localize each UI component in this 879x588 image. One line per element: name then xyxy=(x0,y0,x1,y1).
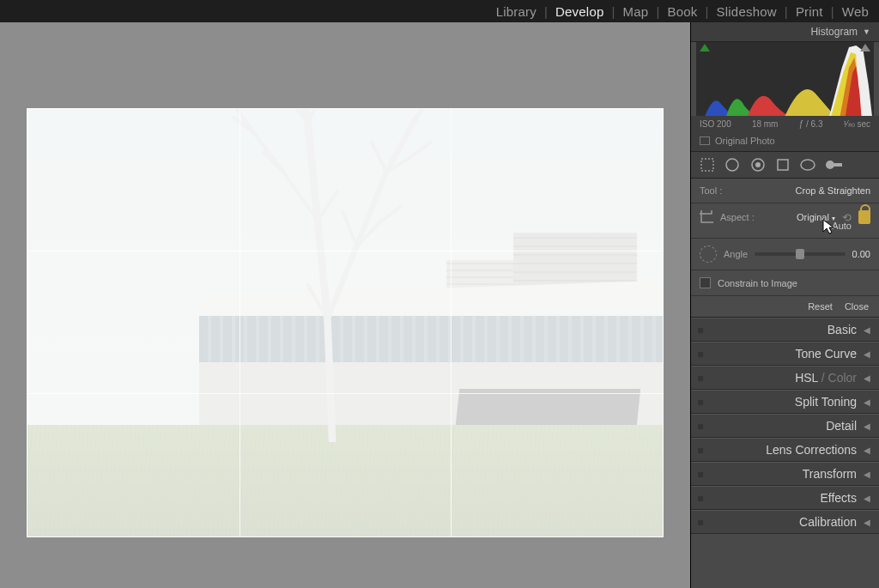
nav-book[interactable]: Book xyxy=(664,4,700,19)
panel-lens[interactable]: Lens Corrections◀ xyxy=(691,438,879,462)
shadow-clip-icon[interactable] xyxy=(700,44,710,52)
original-photo-toggle[interactable]: Original Photo xyxy=(691,132,879,152)
radial-tool-icon[interactable] xyxy=(799,156,816,173)
histogram-header[interactable]: Histogram▼ xyxy=(691,22,879,42)
nav-map[interactable]: Map xyxy=(620,4,652,19)
spot-tool-icon[interactable] xyxy=(724,156,741,173)
exif-aperture: ƒ / 6.3 xyxy=(799,119,823,129)
nav-web[interactable]: Web xyxy=(839,4,872,19)
svg-point-3 xyxy=(755,162,761,167)
right-panel: Histogram▼ ISO 200 18 mm ƒ / 6.3 ¹⁄₈₀ se… xyxy=(690,22,879,588)
angle-slider[interactable] xyxy=(755,252,845,256)
crop-handle-tl[interactable] xyxy=(27,108,41,123)
crop-handle-br[interactable] xyxy=(649,523,664,537)
nav-print[interactable]: Print xyxy=(792,4,827,19)
angle-label: Angle xyxy=(724,249,748,259)
aspect-label: Aspect : xyxy=(720,212,755,222)
crop-handle-bl[interactable] xyxy=(27,523,41,537)
nav-library[interactable]: Library xyxy=(493,4,540,19)
panel-basic[interactable]: Basic◀ xyxy=(691,318,879,342)
tool-name: Crop & Straighten xyxy=(796,185,870,196)
panel-hsl-color[interactable]: HSL / Color◀ xyxy=(691,366,879,390)
image-canvas[interactable] xyxy=(0,22,690,588)
svg-point-6 xyxy=(826,161,834,169)
crop-frame-icon[interactable] xyxy=(700,210,713,224)
lock-icon[interactable] xyxy=(858,210,870,224)
svg-point-1 xyxy=(726,159,738,171)
close-button[interactable]: Close xyxy=(845,301,869,312)
histogram[interactable] xyxy=(696,42,874,116)
panel-tonecurve[interactable]: Tone Curve◀ xyxy=(691,342,879,366)
redeye-tool-icon[interactable] xyxy=(749,156,767,173)
crop-tool-icon[interactable] xyxy=(700,157,715,173)
nav-develop[interactable]: Develop xyxy=(552,4,607,19)
svg-rect-0 xyxy=(701,159,713,171)
exif-shutter: ¹⁄₈₀ sec xyxy=(844,119,870,129)
exif-row: ISO 200 18 mm ƒ / 6.3 ¹⁄₈₀ sec xyxy=(691,116,879,132)
constrain-checkbox[interactable]: Constrain to Image xyxy=(700,277,870,288)
panel-calibration[interactable]: Calibration◀ xyxy=(691,510,879,534)
photo-preview[interactable] xyxy=(27,109,663,536)
cursor-icon xyxy=(822,219,836,236)
original-icon xyxy=(700,136,710,145)
panel-transform[interactable]: Transform◀ xyxy=(691,462,879,486)
gradient-tool-icon[interactable] xyxy=(775,157,791,173)
tool-label: Tool : xyxy=(700,185,722,196)
panel-detail[interactable]: Detail◀ xyxy=(691,414,879,438)
angle-value[interactable]: 0.00 xyxy=(852,249,870,259)
crop-handle-tr[interactable] xyxy=(649,108,664,123)
panel-split-toning[interactable]: Split Toning◀ xyxy=(691,390,879,414)
svg-rect-4 xyxy=(778,160,788,170)
chevron-down-icon: ▼ xyxy=(863,27,870,36)
highlight-clip-icon[interactable] xyxy=(860,44,870,52)
module-nav: Library| Develop| Map| Book| Slideshow| … xyxy=(0,0,879,22)
brush-tool-icon[interactable] xyxy=(825,159,844,171)
svg-rect-7 xyxy=(834,163,842,167)
reset-button[interactable]: Reset xyxy=(808,301,833,312)
nav-slideshow[interactable]: Slideshow xyxy=(713,4,780,19)
exif-iso: ISO 200 xyxy=(700,119,731,129)
svg-point-5 xyxy=(801,160,815,170)
straighten-icon[interactable] xyxy=(700,246,717,263)
panel-effects[interactable]: Effects◀ xyxy=(691,486,879,510)
tree-icon xyxy=(186,109,478,442)
tool-strip xyxy=(691,152,879,179)
exif-focal: 18 mm xyxy=(752,119,779,129)
